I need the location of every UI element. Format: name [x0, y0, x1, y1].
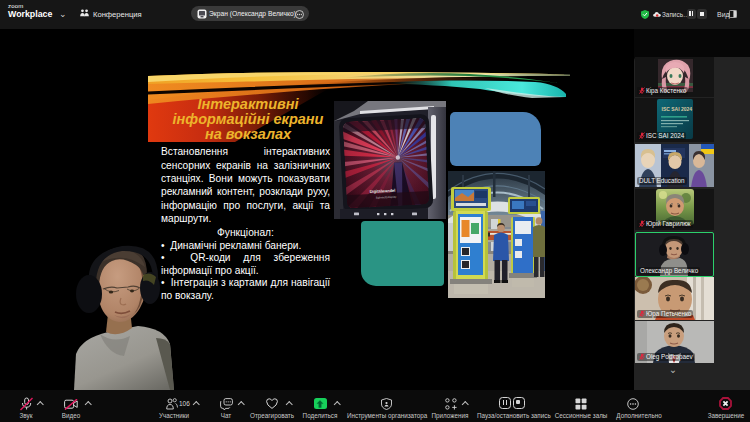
svg-text:ISC SAI 2024: ISC SAI 2024	[662, 106, 693, 112]
